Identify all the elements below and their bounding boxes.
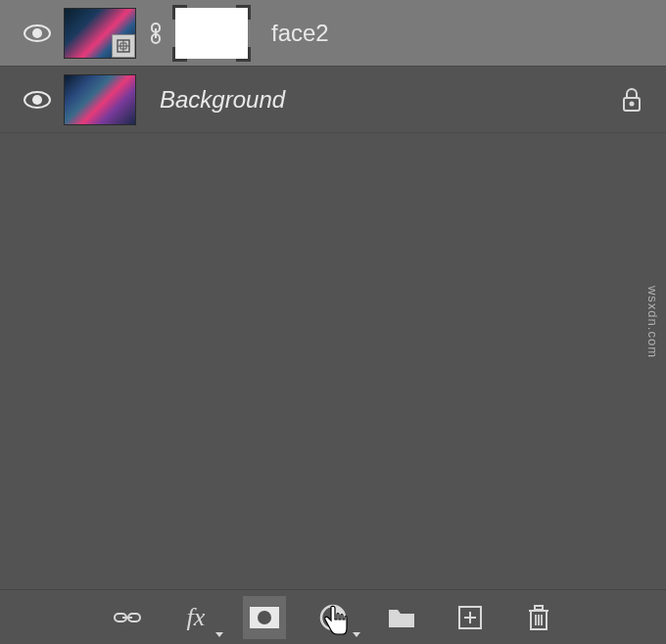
layers-panel: face2 Background [0,0,666,644]
chevron-down-icon [215,632,223,637]
adjustment-layer-button[interactable] [311,596,355,639]
visibility-toggle[interactable] [10,23,64,43]
layers-empty-area[interactable] [0,133,666,589]
watermark-text: wsxdn.com [645,286,660,358]
eye-icon [23,90,52,110]
chevron-down-icon [353,632,360,637]
adjustment-icon [319,604,347,631]
delete-layer-button[interactable] [517,596,560,639]
lock-icon [621,87,642,113]
new-layer-icon [457,605,483,630]
link-icon [113,609,142,626]
lock-indicator[interactable] [607,87,656,113]
visibility-toggle[interactable] [10,90,64,110]
layer-name-label[interactable]: face2 [271,20,329,47]
layers-toolbar: fx [0,589,666,644]
new-layer-button[interactable] [449,596,492,639]
new-group-button[interactable] [380,596,423,639]
layer-row-face2[interactable]: face2 [0,0,666,67]
smart-object-badge [112,34,135,58]
svg-point-14 [258,611,271,624]
layer-name-label[interactable]: Background [160,86,285,114]
layer-content: face2 [64,8,656,59]
svg-rect-21 [535,606,543,610]
layer-thumbnail[interactable] [64,74,136,125]
layer-mask-link-icon[interactable] [146,22,166,45]
fx-icon: fx [187,603,206,632]
svg-point-9 [630,101,635,106]
mask-icon [249,606,280,629]
svg-point-1 [32,28,42,38]
folder-icon [387,606,416,629]
link-layers-button[interactable] [106,596,149,639]
eye-icon [23,23,52,43]
layer-thumbnail[interactable] [64,8,136,59]
layer-effects-button[interactable]: fx [174,596,217,639]
layer-mask-thumbnail[interactable] [175,8,248,59]
svg-point-7 [32,95,42,105]
layer-row-background[interactable]: Background [0,67,666,133]
layer-content: Background [64,74,607,125]
trash-icon [527,604,550,631]
add-layer-mask-button[interactable] [243,596,286,639]
